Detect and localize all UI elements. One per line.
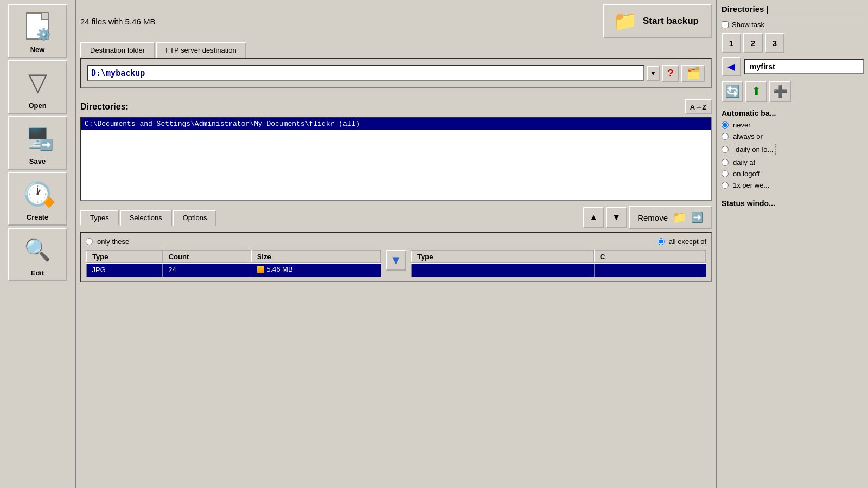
auto-always-radio[interactable] <box>722 133 729 140</box>
new-icon: ⚙️ <box>20 9 55 43</box>
table-container: Type Count Size JPG 24 5.46 <box>86 250 706 277</box>
auto-backup-title: Automatic ba... <box>722 109 864 118</box>
tab-types[interactable]: Types <box>80 210 119 226</box>
destination-help-button[interactable]: ? <box>662 65 679 82</box>
auto-weekly-radio[interactable] <box>722 182 729 189</box>
types-table-right: Type C <box>411 250 706 277</box>
num-2-button[interactable]: 2 <box>743 33 763 53</box>
col-size: Size <box>251 251 381 263</box>
destination-dropdown-button[interactable]: ▼ <box>647 66 660 81</box>
status-section: Status windo... <box>722 199 864 208</box>
remove-button[interactable]: Remove 📁 ➡️ <box>629 206 712 229</box>
profile-icon-button-1[interactable]: 🔄 <box>722 81 743 102</box>
nav-buttons: ▲ ▼ Remove 📁 ➡️ <box>583 206 712 229</box>
save-label: Save <box>29 157 46 165</box>
start-backup-button[interactable]: 📁 Start backup <box>603 4 712 38</box>
table-row[interactable] <box>411 263 706 277</box>
profile-icon-button-3[interactable]: ➕ <box>769 81 791 102</box>
tab-selections[interactable]: Selections <box>120 210 172 226</box>
auto-daily-at-option: daily at <box>722 158 864 166</box>
auto-logoff-option: on logoff <box>722 170 864 178</box>
info-bar: 24 files with 5.46 MB 📁 Start backup <box>80 4 712 38</box>
auto-daily-logon-radio[interactable] <box>722 146 729 153</box>
file-info: 24 files with 5.46 MB <box>80 17 155 26</box>
open-icon: ▽ <box>20 65 55 99</box>
open-button[interactable]: ▽ Open <box>8 60 67 114</box>
col-type: Type <box>86 251 163 263</box>
auto-daily-at-radio[interactable] <box>722 159 729 166</box>
sort-az-button[interactable]: A→Z <box>685 99 712 114</box>
table-row[interactable]: JPG 24 5.46 MB <box>86 263 381 277</box>
size-bar-icon <box>257 266 264 273</box>
radio-row: only these all execpt of <box>86 237 706 246</box>
profile-gear-icon: 🔄 <box>725 85 740 99</box>
col-count: Count <box>163 251 251 263</box>
save-icon: 🖥️ ➡️ <box>20 120 55 155</box>
move-up-button[interactable]: ▲ <box>583 207 604 228</box>
auto-backup-section: Automatic ba... never always or daily on… <box>722 109 864 192</box>
filter-icon-button[interactable]: ▼ <box>386 250 406 271</box>
browse-icon: 🗂️ <box>687 67 700 80</box>
auto-daily-logon-option: daily on lo... <box>722 144 864 155</box>
arrow-label-row: ◀ myfirst <box>722 57 864 76</box>
tab-ftp-server[interactable]: FTP server destination <box>156 42 246 58</box>
create-button[interactable]: 🕐 🔶 Create <box>8 172 67 226</box>
create-icon: 🕐 🔶 <box>20 176 55 211</box>
auto-daily-at-label: daily at <box>733 158 755 166</box>
tab-destination-folder[interactable]: Destination folder <box>80 42 155 58</box>
all-except-group: all execpt of <box>658 237 706 246</box>
only-these-radio[interactable] <box>86 238 93 245</box>
remove-label: Remove <box>637 213 668 222</box>
profile-arrow-up-icon: ⬆ <box>751 85 761 99</box>
auto-logoff-label: on logoff <box>733 170 760 178</box>
save-button[interactable]: 🖥️ ➡️ Save <box>8 116 67 170</box>
num-1-button[interactable]: 1 <box>722 33 741 53</box>
main-content: 24 files with 5.46 MB 📁 Start backup Des… <box>76 0 716 488</box>
destination-path-input[interactable] <box>87 65 644 81</box>
tab-options[interactable]: Options <box>173 210 217 226</box>
show-task-checkbox[interactable] <box>722 21 729 28</box>
start-backup-label: Start backup <box>643 16 699 27</box>
right-panel: Directories | Show task 1 2 3 ◀ myfirst … <box>716 0 868 488</box>
auto-always-label: always or <box>733 132 763 140</box>
edit-icon: 🔍 <box>20 232 55 267</box>
bottom-tab-row: Types Selections Options <box>80 210 216 226</box>
open-label: Open <box>28 101 46 110</box>
col-c-right: C <box>594 251 706 263</box>
profile-plus-icon: ➕ <box>773 85 788 99</box>
all-except-radio[interactable] <box>658 238 665 245</box>
move-down-button[interactable]: ▼ <box>606 207 627 228</box>
cell-type-right <box>411 263 594 277</box>
remove-icon: 📁 <box>672 210 687 224</box>
destination-box: ▼ ? 🗂️ <box>80 58 712 88</box>
num-3-button[interactable]: 3 <box>765 33 784 53</box>
icon-row: 🔄 ⬆ ➕ <box>722 81 864 102</box>
only-these-label: only these <box>97 237 129 246</box>
auto-daily-logon-label: daily on lo... <box>733 144 776 155</box>
right-panel-title: Directories | <box>722 4 864 16</box>
profile-label: myfirst <box>744 59 864 74</box>
list-item[interactable]: C:\Documents and Settings\Administrator\… <box>81 118 711 130</box>
auto-never-option: never <box>722 121 864 129</box>
size-indicator: 5.46 MB <box>257 265 292 273</box>
only-these-group: only these <box>86 237 129 246</box>
destination-tab-row: Destination folder FTP server destinatio… <box>80 42 712 58</box>
cell-size: 5.46 MB <box>251 263 381 277</box>
filter-icon: ▼ <box>390 253 402 267</box>
edit-button[interactable]: 🔍 Edit <box>8 228 67 281</box>
status-window-label: Status windo... <box>722 199 864 208</box>
destination-browse-button[interactable]: 🗂️ <box>681 65 705 82</box>
dest-input-row: ▼ ? 🗂️ <box>87 65 705 82</box>
size-value: 5.46 MB <box>266 265 292 273</box>
directories-title: Directories: <box>80 102 129 112</box>
directories-section: Directories: A→Z C:\Documents and Settin… <box>80 99 712 201</box>
back-arrow-button[interactable]: ◀ <box>722 57 741 76</box>
auto-never-radio[interactable] <box>722 121 729 129</box>
auto-logoff-radio[interactable] <box>722 170 729 177</box>
profile-icon-button-2[interactable]: ⬆ <box>745 81 767 102</box>
cell-c-right <box>594 263 706 277</box>
auto-never-label: never <box>733 121 751 129</box>
auto-always-option: always or <box>722 132 864 140</box>
cell-type: JPG <box>86 263 163 277</box>
new-button[interactable]: ⚙️ New <box>8 4 67 58</box>
